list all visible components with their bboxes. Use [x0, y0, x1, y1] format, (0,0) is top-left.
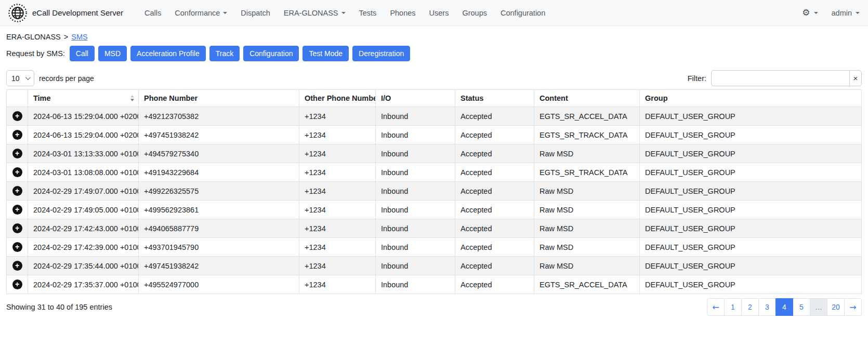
request-acceleration-profile-button[interactable]: Acceleration Profile	[130, 46, 206, 61]
cell-time: 2024-02-29 17:49:07.000 +0100	[28, 182, 139, 201]
main-nav: CallsConformanceDispatchERA-GLONASSTests…	[138, 5, 552, 21]
cell-time: 2024-02-29 17:49:05.000 +0100	[28, 201, 139, 219]
table-controls: 10 records per page Filter: ×	[6, 70, 862, 86]
chevron-down-icon	[25, 75, 31, 80]
table-header-row: Time Phone Number Other Phone Number I/O…	[7, 90, 862, 107]
pagination-next-button[interactable]: →	[844, 298, 862, 316]
chevron-down-icon	[814, 12, 818, 14]
nav-item-configuration[interactable]: Configuration	[494, 5, 552, 21]
settings-menu[interactable]: ⚙	[802, 8, 818, 17]
nav-item-label: Conformance	[175, 9, 220, 17]
page-size-control: 10 records per page	[6, 70, 94, 86]
pagination-prev-button[interactable]: ←	[707, 298, 725, 316]
expand-row-icon[interactable]	[12, 242, 22, 252]
request-call-button[interactable]: Call	[70, 46, 95, 61]
cell-other-phone-number: +1234	[299, 201, 376, 219]
top-navbar: eCall Development Server CallsConformanc…	[0, 0, 868, 26]
request-configuration-button[interactable]: Configuration	[243, 46, 299, 61]
breadcrumb: ERA-GLONASS > SMS	[6, 33, 862, 41]
expand-row-icon[interactable]	[12, 205, 22, 215]
cell-phone-number: +499562923861	[139, 201, 299, 219]
pagination-page-20[interactable]: 20	[827, 298, 845, 316]
table-row: 2024-02-29 17:49:05.000 +0100 +499562923…	[7, 201, 862, 219]
cell-io: Inbound	[376, 163, 455, 182]
table-row: 2024-02-29 17:42:39.000 +0100 +493701945…	[7, 238, 862, 257]
nav-item-label: Phones	[390, 9, 415, 17]
expand-row-icon[interactable]	[12, 149, 22, 158]
pagination-page-1[interactable]: 1	[724, 298, 742, 316]
cell-group: DEFAULT_USER_GROUP	[640, 257, 862, 275]
gear-icon: ⚙	[802, 8, 810, 17]
expand-row-icon[interactable]	[12, 261, 22, 271]
cell-time: 2024-03-01 13:13:33.000 +0100	[28, 144, 139, 163]
nav-item-groups[interactable]: Groups	[455, 5, 494, 21]
table-footer: Showing 31 to 40 of 195 entries ←12345…2…	[6, 298, 862, 316]
nav-item-dispatch[interactable]: Dispatch	[234, 5, 277, 21]
column-header-other-phone-number[interactable]: Other Phone Number	[299, 90, 376, 107]
nav-item-phones[interactable]: Phones	[383, 5, 422, 21]
request-deregistration-button[interactable]: Deregistration	[352, 46, 410, 61]
expand-row-icon[interactable]	[12, 167, 22, 177]
cell-time: 2024-03-01 13:08:08.000 +0100	[28, 163, 139, 182]
cell-phone-number: +491943229684	[139, 163, 299, 182]
request-track-button[interactable]: Track	[209, 46, 240, 61]
expand-row-icon[interactable]	[12, 130, 22, 140]
nav-item-users[interactable]: Users	[423, 5, 456, 21]
pagination-page-2[interactable]: 2	[741, 298, 759, 316]
request-test-mode-button[interactable]: Test Mode	[303, 46, 349, 61]
nav-item-calls[interactable]: Calls	[138, 5, 168, 21]
pagination-page-4[interactable]: 4	[775, 298, 793, 316]
cell-phone-number: +497451938242	[139, 126, 299, 144]
expand-row-icon[interactable]	[12, 186, 22, 196]
nav-item-label: Groups	[462, 9, 487, 17]
breadcrumb-separator: >	[64, 33, 68, 41]
column-header-group[interactable]: Group	[640, 90, 862, 107]
breadcrumb-sms-link[interactable]: SMS	[71, 33, 87, 41]
cell-other-phone-number: +1234	[299, 257, 376, 275]
table-row: 2024-02-29 17:42:43.000 +0100 +494065887…	[7, 219, 862, 238]
expand-row-icon[interactable]	[12, 111, 22, 121]
column-header-phone-number[interactable]: Phone Number	[139, 90, 299, 107]
filter-control: Filter: ×	[688, 70, 862, 86]
cell-other-phone-number: +1234	[299, 182, 376, 201]
column-header-time[interactable]: Time	[28, 90, 139, 107]
pagination-page-5[interactable]: 5	[793, 298, 810, 316]
table-row: 2024-02-29 17:35:37.000 +0100 +495524977…	[7, 275, 862, 294]
expand-row-icon[interactable]	[12, 280, 22, 289]
user-menu[interactable]: admin	[832, 9, 860, 17]
clear-filter-button[interactable]: ×	[849, 70, 862, 86]
cell-status: Accepted	[455, 182, 534, 201]
page-size-label: records per page	[39, 74, 94, 83]
cell-phone-number: +494065887779	[139, 219, 299, 238]
cell-other-phone-number: +1234	[299, 107, 376, 126]
cell-group: DEFAULT_USER_GROUP	[640, 144, 862, 163]
nav-item-tests[interactable]: Tests	[352, 5, 384, 21]
column-header-content[interactable]: Content	[534, 90, 640, 107]
cell-io: Inbound	[376, 107, 455, 126]
cell-group: DEFAULT_USER_GROUP	[640, 275, 862, 294]
cell-io: Inbound	[376, 238, 455, 257]
nav-item-label: ERA-GLONASS	[284, 9, 338, 17]
cell-content: Raw MSD	[534, 238, 640, 257]
nav-item-conformance[interactable]: Conformance	[168, 5, 234, 21]
cell-content: EGTS_SR_ACCEL_DATA	[534, 107, 640, 126]
cell-io: Inbound	[376, 257, 455, 275]
pagination-page-3[interactable]: 3	[758, 298, 776, 316]
page-size-select[interactable]: 10	[6, 70, 34, 86]
cell-time: 2024-02-29 17:42:39.000 +0100	[28, 238, 139, 257]
cell-status: Accepted	[455, 275, 534, 294]
cell-io: Inbound	[376, 219, 455, 238]
filter-input[interactable]	[711, 70, 849, 86]
table-row: 2024-03-01 13:13:33.000 +0100 +494579275…	[7, 144, 862, 163]
table-row: 2024-06-13 15:29:04.000 +0200 +497451938…	[7, 126, 862, 144]
cell-status: Accepted	[455, 257, 534, 275]
nav-item-era-glonass[interactable]: ERA-GLONASS	[277, 5, 352, 21]
table-row: 2024-03-01 13:08:08.000 +0100 +491943229…	[7, 163, 862, 182]
request-msd-button[interactable]: MSD	[98, 46, 127, 61]
cell-status: Accepted	[455, 219, 534, 238]
column-header-status[interactable]: Status	[455, 90, 534, 107]
expand-row-icon[interactable]	[12, 223, 22, 233]
cell-status: Accepted	[455, 107, 534, 126]
cell-content: Raw MSD	[534, 201, 640, 219]
column-header-io[interactable]: I/O	[376, 90, 455, 107]
